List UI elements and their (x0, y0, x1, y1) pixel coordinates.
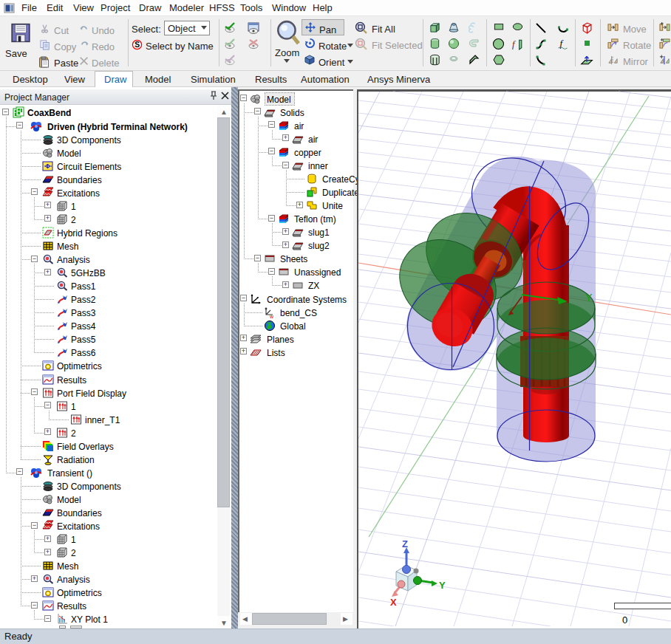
svg-text:Y: Y (585, 292, 593, 304)
svg-text:X: X (390, 597, 397, 608)
svg-text:Y: Y (439, 580, 446, 591)
svg-text:0: 0 (622, 614, 627, 626)
svg-text:Z: Z (402, 538, 408, 549)
svg-text:f: f (512, 39, 517, 49)
